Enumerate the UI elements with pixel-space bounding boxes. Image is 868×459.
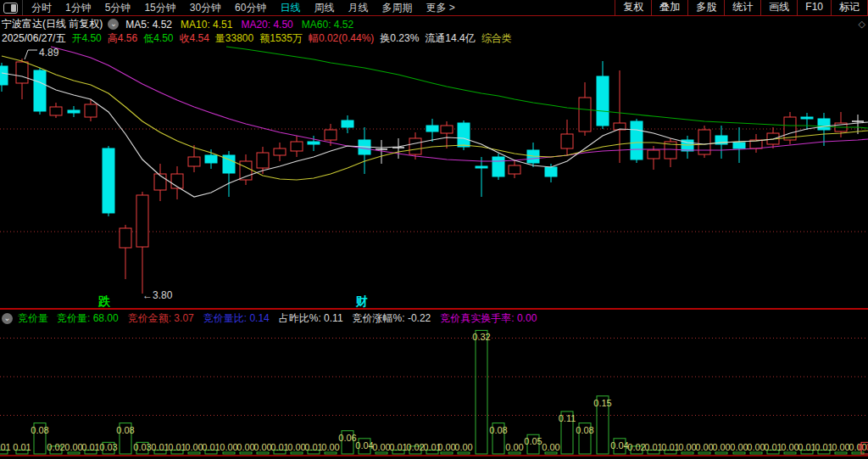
menu-item-9[interactable]: 多周期 — [375, 1, 419, 15]
diamond-icon[interactable]: ◇ — [859, 19, 865, 30]
candle-up — [291, 142, 303, 151]
bottom-border — [0, 455, 868, 456]
volume-label: 0.01 — [81, 442, 99, 452]
menu-item-10[interactable]: 更多 > — [419, 1, 461, 15]
menu-item-7[interactable]: 周线 — [307, 1, 341, 15]
candle-down — [34, 70, 46, 111]
volume-bar — [545, 452, 557, 454]
quote-date: 2025/06/27/五 — [2, 31, 65, 46]
volume-label: 0.05 — [524, 436, 542, 446]
ma5-line — [2, 73, 868, 197]
candle-up — [409, 138, 421, 154]
toolbar-button-6[interactable]: 标记 — [831, 0, 868, 15]
volume-label: 0.15 — [593, 398, 611, 408]
volume-label: 0.00 — [542, 442, 559, 452]
panel-field-1: 竞价金额: 3.07 — [128, 312, 194, 324]
menu-item-0[interactable]: 分时 — [25, 1, 58, 15]
main-chart[interactable]: 4.89←3.80跌财0.010.010.080.020.000.010.030… — [0, 0, 868, 459]
volume-label: 0.00 — [236, 442, 254, 452]
volume-bar — [257, 452, 269, 454]
volume-label: 0.00 — [321, 442, 339, 452]
volume-label: 0.00 — [505, 442, 523, 452]
volume-label: 0.08 — [576, 425, 593, 435]
panel-field-0: 竞价量: 68.00 — [57, 312, 119, 324]
stock-info-row: 宁波富达(日线 前复权) ⌄ MA5: 4.52MA10: 4.51MA20: … — [2, 18, 362, 31]
quote-field-1: 高4.56 — [108, 31, 137, 46]
volume-label: 0.04 — [610, 440, 628, 451]
indicator-name[interactable]: 竞价量 — [18, 311, 48, 326]
quote-field-3: 收4.54 — [179, 31, 209, 46]
candle-up — [698, 130, 710, 154]
volume-bar — [291, 452, 303, 454]
toolbar-button-5[interactable]: F10 — [797, 0, 831, 15]
volume-label: 0.01 — [304, 442, 322, 452]
candle-down — [103, 148, 114, 213]
candle-down — [0, 66, 8, 85]
toolbar-divider — [22, 0, 23, 15]
quote-field-5: 额1535万 — [259, 31, 303, 46]
ma-label-1: MA10: 4.51 — [181, 19, 232, 31]
menu-item-1[interactable]: 1分钟 — [58, 1, 98, 15]
volume-bar — [240, 452, 252, 454]
toolbar-button-2[interactable]: 多股 — [687, 0, 724, 15]
menu-item-4[interactable]: 30分钟 — [183, 1, 228, 15]
candle-down — [801, 117, 813, 119]
volume-label: 0.01 — [168, 442, 186, 452]
quote-field-0: 开4.50 — [71, 31, 101, 46]
toolbar-button-3[interactable]: 统计 — [724, 0, 760, 15]
volume-label: 0.08 — [31, 425, 48, 435]
candle-down — [342, 120, 353, 127]
candle-down — [308, 142, 320, 144]
quote-field-2: 低4.50 — [143, 31, 173, 46]
volume-label: 0.01 — [202, 442, 220, 452]
candle-up — [188, 157, 200, 166]
candle-down — [818, 119, 830, 130]
quote-field-7: 换0.23% — [380, 31, 419, 46]
volume-bar — [476, 330, 487, 454]
price-pointer-high — [25, 50, 37, 59]
panel-field-4: 竞价涨幅%: -0.22 — [353, 312, 431, 324]
volume-label: 0.01 — [270, 442, 288, 452]
volume-bar — [458, 452, 470, 454]
volume-bar — [750, 452, 762, 454]
volume-label: 0.00 — [730, 442, 748, 452]
volume-label: 0.00 — [454, 442, 472, 452]
menu-item-3[interactable]: 15分钟 — [137, 1, 182, 15]
chevron-down-icon[interactable]: ⌄ — [108, 19, 119, 30]
menu-item-2[interactable]: 5分钟 — [98, 1, 138, 15]
volume-bar — [835, 452, 847, 454]
candle-up — [257, 153, 269, 168]
menu-item-5[interactable]: 60分钟 — [228, 1, 273, 15]
candle-down — [492, 157, 504, 176]
panel-separator — [0, 308, 868, 310]
volume-label: 0.02 — [627, 442, 645, 452]
volume-bar — [509, 452, 520, 454]
volume-label: 0.00 — [747, 442, 765, 452]
candle-up — [579, 98, 591, 132]
menu-item-6[interactable]: 日线 — [273, 1, 307, 15]
volume-label: 0.11 — [559, 413, 576, 423]
toolbar-button-0[interactable]: 复权 — [615, 0, 651, 15]
annotation-2: 跌 — [97, 294, 111, 308]
candle-up — [16, 62, 28, 83]
volume-bar — [698, 452, 710, 454]
candle-up — [120, 228, 131, 248]
period-menu: 分时1分钟5分钟15分钟30分钟60分钟日线周线月线多周期更多 > — [25, 0, 462, 15]
candle-down — [426, 126, 438, 132]
candle-up — [136, 195, 148, 247]
toolbar-button-4[interactable]: 画线 — [760, 0, 797, 15]
candle-down — [458, 123, 470, 147]
volume-label: 0.00 — [253, 442, 271, 452]
volume-label: 0.00 — [832, 442, 849, 452]
candle-down — [733, 143, 745, 148]
volume-bar — [733, 452, 745, 454]
ma-labels: MA5: 4.52MA10: 4.51MA20: 4.50MA60: 4.52 — [125, 19, 362, 31]
panel-chevron-down-icon[interactable]: ⌄ — [2, 313, 13, 324]
toolbar-buttons: 复权叠加多股统计画线F10标记 — [615, 0, 868, 15]
toolbar-button-1[interactable]: 叠加 — [651, 0, 687, 15]
menu-item-8[interactable]: 月线 — [341, 1, 375, 15]
candle-up — [240, 161, 252, 180]
volume-label: 0.01 — [151, 442, 169, 452]
ma-label-0: MA5: 4.52 — [125, 19, 172, 31]
split-view-icon[interactable] — [3, 3, 18, 14]
